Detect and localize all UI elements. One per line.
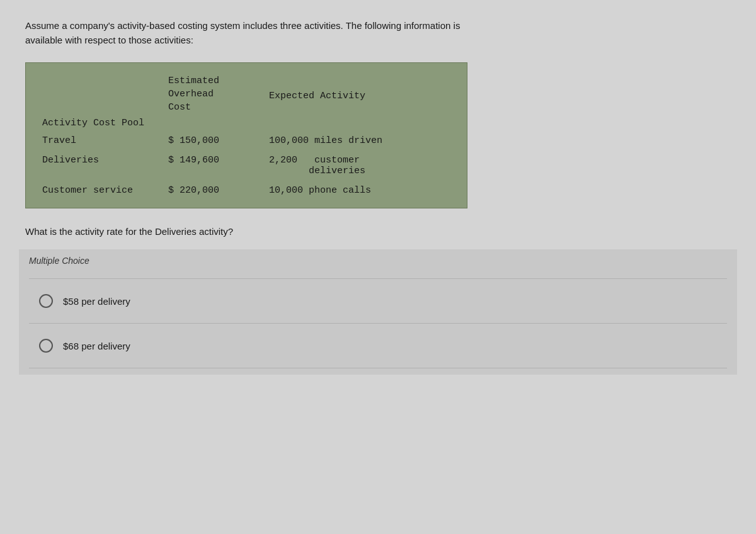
radio-button-b[interactable]: [39, 339, 53, 353]
col1-header-spacer: [38, 73, 164, 115]
table-row-customer-service: Customer service $ 220,000 10,000 phone …: [38, 183, 454, 198]
cost-travel: $ 150,000: [164, 134, 265, 148]
page-container: Assume a company's activity-based costin…: [0, 0, 756, 534]
estimated-overhead-header: Estimated Overhead Cost: [164, 73, 265, 115]
activity-travel: Travel: [38, 134, 164, 148]
cost-deliveries: $ 149,600: [164, 153, 265, 178]
intro-line1: Assume a company's activity-based costin…: [25, 20, 460, 31]
multiple-choice-label: Multiple Choice: [29, 256, 727, 266]
multiple-choice-section: Multiple Choice $58 per delivery $68 per…: [19, 249, 737, 375]
activity-table: Estimated Overhead Cost Expected Activit…: [25, 62, 467, 208]
cost-customer-service: $ 220,000: [164, 183, 265, 198]
expected-travel: 100,000 miles driven: [265, 134, 454, 148]
expected-customer-service: 10,000 phone calls: [265, 183, 454, 198]
choice-label-b: $68 per delivery: [63, 341, 130, 351]
choice-item-a[interactable]: $58 per delivery: [29, 278, 727, 323]
table-row-deliveries: Deliveries $ 149,600 2,200 customer deli…: [38, 153, 454, 178]
expected-deliveries: 2,200 customer deliveries: [265, 153, 454, 178]
table-row-travel: Travel $ 150,000 100,000 miles driven: [38, 134, 454, 148]
intro-paragraph: Assume a company's activity-based costin…: [25, 19, 517, 47]
activity-deliveries: Deliveries: [38, 153, 164, 178]
expected-activity-header: Expected Activity: [265, 73, 454, 115]
choice-item-b[interactable]: $68 per delivery: [29, 323, 727, 368]
choice-label-a: $58 per delivery: [63, 296, 130, 307]
intro-line2: available with respect to those activiti…: [25, 35, 193, 45]
activity-cost-pool-header: Activity Cost Pool: [38, 116, 164, 130]
activity-customer-service: Customer service: [38, 183, 164, 198]
question-text: What is the activity rate for the Delive…: [25, 226, 731, 237]
radio-button-a[interactable]: [39, 294, 53, 308]
